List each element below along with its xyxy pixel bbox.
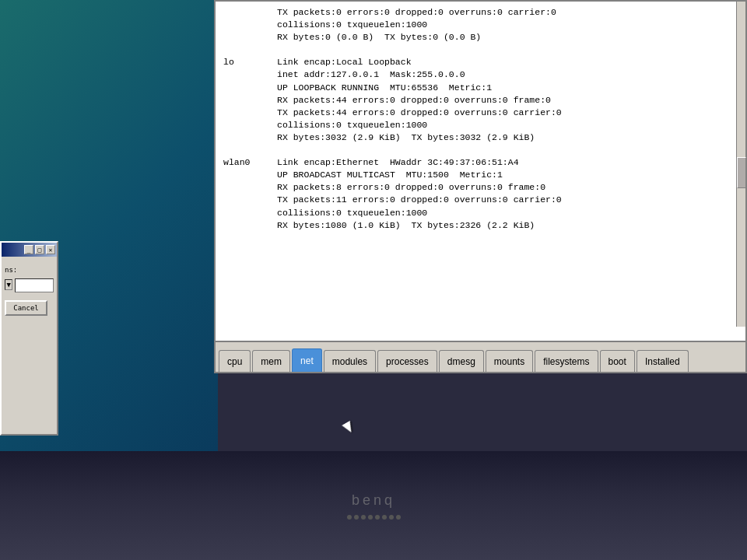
scrollbar[interactable] xyxy=(736,2,745,327)
tab-mem[interactable]: mem xyxy=(252,350,290,372)
speaker-dot xyxy=(382,515,387,520)
main-window: TX packets:0 errors:0 dropped:0 overruns… xyxy=(214,0,747,373)
mouse-cursor xyxy=(342,421,355,435)
terminal-output: TX packets:0 errors:0 dropped:0 overruns… xyxy=(216,2,745,328)
dialog-titlebar: _ □ ✕ xyxy=(2,243,57,257)
tab-cpu[interactable]: cpu xyxy=(219,350,251,372)
close-button[interactable]: ✕ xyxy=(46,245,55,254)
tab-modules[interactable]: modules xyxy=(324,350,376,372)
speaker-dot xyxy=(368,515,373,520)
speaker-dot xyxy=(354,515,359,520)
monitor-bezel-bottom: benq xyxy=(0,451,747,560)
tab-bar: cpumemnetmodulesprocessesdmesgmountsfile… xyxy=(216,341,745,372)
speaker-dot xyxy=(375,515,380,520)
tab-installed[interactable]: Installed xyxy=(637,350,689,372)
speaker-dot xyxy=(396,515,401,520)
monitor: _ □ ✕ ns: ▼ Cancel TX packets:0 errors:0… xyxy=(0,0,747,560)
tab-boot[interactable]: boot xyxy=(600,350,635,372)
minimize-button[interactable]: _ xyxy=(24,245,33,254)
tab-mounts[interactable]: mounts xyxy=(486,350,533,372)
speaker-left xyxy=(347,515,401,520)
scrollbar-thumb[interactable] xyxy=(737,157,746,188)
maximize-button[interactable]: □ xyxy=(35,245,44,254)
dialog-label: ns: xyxy=(5,266,54,274)
monitor-brand: benq xyxy=(352,492,395,509)
dialog-content: ns: ▼ Cancel xyxy=(2,257,57,319)
tab-processes[interactable]: processes xyxy=(377,350,437,372)
spinner-down[interactable]: ▼ xyxy=(5,279,12,290)
tab-net[interactable]: net xyxy=(292,348,322,372)
small-dialog: _ □ ✕ ns: ▼ Cancel xyxy=(0,241,58,436)
tab-filesystems[interactable]: filesystems xyxy=(535,350,598,372)
cancel-button[interactable]: Cancel xyxy=(5,300,47,316)
tab-dmesg[interactable]: dmesg xyxy=(439,350,484,372)
speaker-dot xyxy=(361,515,366,520)
dialog-input[interactable] xyxy=(15,278,54,292)
speaker-dot xyxy=(389,515,394,520)
speaker-dot xyxy=(347,515,352,520)
